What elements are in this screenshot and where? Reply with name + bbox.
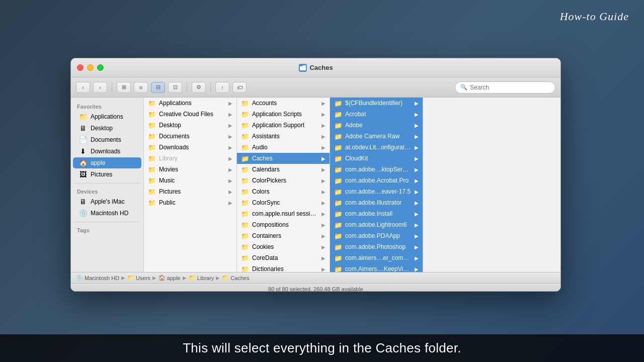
list-item[interactable]: 📁 Movies ▶ xyxy=(144,164,236,175)
search-icon: 🔍 xyxy=(460,84,467,90)
folder-icon: 📁 xyxy=(241,143,249,151)
breadcrumb-separator: ▶ xyxy=(183,275,187,281)
list-item[interactable]: 📁 Assistants ▶ xyxy=(237,131,330,142)
folder-icon: 📁 xyxy=(241,188,249,196)
list-item[interactable]: 📁 $(CFBundleIdentifier) ▶ xyxy=(330,98,423,109)
titlebar: Caches xyxy=(71,58,560,77)
minimize-button[interactable] xyxy=(87,64,94,71)
column-view-button[interactable]: ⊟ xyxy=(151,82,165,93)
close-button[interactable] xyxy=(77,64,84,71)
list-item[interactable]: 📁 Adobe ▶ xyxy=(330,120,423,131)
breadcrumb-item-apple[interactable]: 🏠 apple xyxy=(158,275,181,281)
list-item[interactable]: 📁 Pictures ▶ xyxy=(144,186,236,197)
list-item[interactable]: 📁 Application Support ▶ xyxy=(237,120,330,131)
share-button[interactable]: ↑ xyxy=(215,82,229,93)
icon-view-button[interactable]: ⊞ xyxy=(117,82,131,93)
list-item[interactable]: 📁 com.adobe.PDAApp ▶ xyxy=(330,230,423,241)
folder-icon: 📁 xyxy=(334,265,342,272)
traffic-lights xyxy=(77,64,104,71)
folder-icon: 📁 xyxy=(148,121,156,129)
list-item[interactable]: 📁 com.adobe....eaver-17.5 ▶ xyxy=(330,186,423,197)
list-item[interactable]: 📁 com.adobe.Photoshop ▶ xyxy=(330,241,423,252)
folder-icon: 📁 xyxy=(241,154,249,162)
sidebar-item-macintosh[interactable]: 💿 Macintosh HD xyxy=(73,208,141,219)
list-item[interactable]: 📁 com.adobe.Install ▶ xyxy=(330,208,423,219)
search-input[interactable] xyxy=(470,84,550,91)
list-item[interactable]: 📁 Applications ▶ xyxy=(144,98,236,109)
list-item[interactable]: 📁 com.adobe.Acrobat.Pro ▶ xyxy=(330,175,423,186)
list-item[interactable]: 📁 Accounts ▶ xyxy=(237,98,330,109)
list-item[interactable]: 📁 Containers ▶ xyxy=(237,230,330,241)
list-item[interactable]: 📁 com.Aimers....KeepVidPro ▶ xyxy=(330,263,423,272)
list-item[interactable]: 📁 Audio ▶ xyxy=(237,142,330,153)
list-item[interactable]: 📁 Public ▶ xyxy=(144,197,236,208)
list-item[interactable]: 📁 ColorSync ▶ xyxy=(237,197,330,208)
breadcrumb-separator: ▶ xyxy=(216,275,220,281)
folder-icon: 📁 xyxy=(241,99,249,107)
breadcrumb-item-caches[interactable]: 📁 Caches xyxy=(222,275,249,281)
list-item[interactable]: 📁 Dictionaries ▶ xyxy=(237,263,330,272)
list-item[interactable]: 📁 com.adobe.Lightroom6 ▶ xyxy=(330,219,423,230)
sidebar-item-applications[interactable]: 📁 Applications xyxy=(73,111,141,122)
list-item[interactable]: 📁 at.obdev.Lit...onfiguration ▶ xyxy=(330,142,423,153)
action-button[interactable]: ⚙ xyxy=(192,82,206,93)
tag-button[interactable]: 🏷 xyxy=(232,82,247,93)
list-item[interactable]: 📁 com.adobe.Illustrator ▶ xyxy=(330,197,423,208)
list-view-button[interactable]: ≡ xyxy=(134,82,148,93)
back-button[interactable]: ‹ xyxy=(76,82,90,93)
applications-icon: 📁 xyxy=(79,113,87,121)
content-area: Favorites 📁 Applications 🖥 Desktop 📄 Doc… xyxy=(71,98,560,272)
sidebar-item-imac[interactable]: 🖥 Apple's iMac xyxy=(73,196,141,207)
list-item[interactable]: 📁 Compositions ▶ xyxy=(237,219,330,230)
breadcrumb-item-library[interactable]: 📁 Library xyxy=(189,275,214,281)
sidebar-item-desktop[interactable]: 🖥 Desktop xyxy=(73,123,141,134)
list-item[interactable]: 📁 Creative Cloud Files ▶ xyxy=(144,109,236,120)
forward-button[interactable]: › xyxy=(93,82,107,93)
list-item[interactable]: 📁 Cookies ▶ xyxy=(237,241,330,252)
breadcrumb-item-users[interactable]: 📁 Users xyxy=(127,275,150,281)
folder-icon: 📁 xyxy=(148,176,156,185)
list-item[interactable]: 📁 Music ▶ xyxy=(144,175,236,186)
list-item[interactable]: 📁 CloudKit ▶ xyxy=(330,153,423,164)
folder-icon: 📁 xyxy=(334,143,342,151)
list-item[interactable]: 📁 Downloads ▶ xyxy=(144,142,236,153)
list-item[interactable]: 📁 Application Scripts ▶ xyxy=(237,109,330,120)
list-item[interactable]: 📁 Library ▶ xyxy=(144,153,236,164)
imac-icon: 🖥 xyxy=(79,198,87,206)
list-item[interactable]: 📁 com.adobe....ktopService ▶ xyxy=(330,164,423,175)
maximize-button[interactable] xyxy=(97,64,104,71)
list-item-caches[interactable]: 📁 Caches ▶ xyxy=(237,153,330,164)
folder-icon: 📁 xyxy=(241,110,249,118)
breadcrumb-item-macintosh[interactable]: 💿 Macintosh HD xyxy=(76,275,119,281)
sidebar-item-apple[interactable]: 🏠 apple xyxy=(73,157,141,168)
folder-icon: 📁 xyxy=(334,254,342,262)
column-3: 📁 $(CFBundleIdentifier) ▶ 📁 Acrobat ▶ 📁 … xyxy=(330,98,423,272)
watermark: How-to Guide xyxy=(560,10,629,23)
list-item-adobe-camera-raw[interactable]: 📁 Adobe Camera Raw ▶ xyxy=(330,131,423,142)
list-item[interactable]: 📁 Calendars ▶ xyxy=(237,164,330,175)
list-item[interactable]: 📁 Colors ▶ xyxy=(237,186,330,197)
folder-icon: 📁 xyxy=(241,165,249,173)
downloads-icon: ⬇ xyxy=(79,147,87,155)
folder-icon: 📁 xyxy=(148,132,156,140)
sidebar-item-pictures[interactable]: 🖼 Pictures xyxy=(73,169,141,180)
list-item[interactable]: 📁 Documents ▶ xyxy=(144,131,236,142)
list-item[interactable]: 📁 Desktop ▶ xyxy=(144,120,236,131)
list-item[interactable]: 📁 com.apple.nsurl sessiond ▶ xyxy=(237,208,330,219)
folder-icon: 📁 xyxy=(148,143,156,151)
pictures-icon: 🖼 xyxy=(79,170,87,178)
sidebar-item-documents[interactable]: 📄 Documents xyxy=(73,134,141,145)
toolbar-separator-3 xyxy=(210,82,211,93)
folder-icon: 📁 xyxy=(241,232,249,240)
list-item[interactable]: 📁 com.aimers....er_compact ▶ xyxy=(330,252,423,263)
sidebar: Favorites 📁 Applications 🖥 Desktop 📄 Doc… xyxy=(71,98,144,272)
list-item[interactable]: 📁 CoreData ▶ xyxy=(237,252,330,263)
sidebar-item-downloads[interactable]: ⬇ Downloads xyxy=(73,146,141,157)
sidebar-divider-2 xyxy=(75,222,139,222)
folder-icon: 📁 xyxy=(241,176,249,185)
cover-flow-button[interactable]: ⊡ xyxy=(168,82,182,93)
list-item[interactable]: 📁 Acrobat ▶ xyxy=(330,109,423,120)
list-item[interactable]: 📁 ColorPickers ▶ xyxy=(237,175,330,186)
breadcrumb-separator: ▶ xyxy=(152,275,156,281)
tags-section-title: Tags xyxy=(71,225,143,234)
